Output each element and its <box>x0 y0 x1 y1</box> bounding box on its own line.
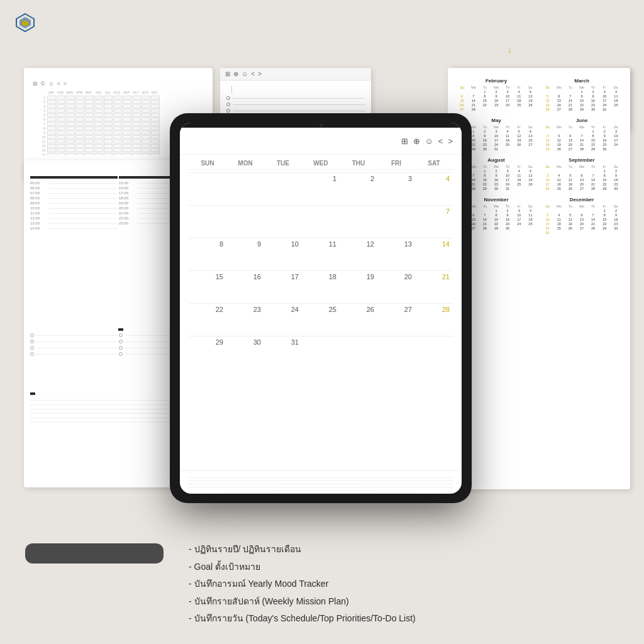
monthly-line-1 <box>189 477 453 478</box>
monthly-line-3 <box>189 484 453 484</box>
feature-item: - Goal ตั้งเป้าหมาย <box>189 561 416 574</box>
tablet-shadow <box>195 497 447 516</box>
logo-icon <box>14 11 36 34</box>
tablet-fwd-icon[interactable]: > <box>448 136 453 146</box>
tablet-notch <box>180 123 462 128</box>
schedule-label <box>30 176 118 179</box>
bottom-section: - ปฏิทินรายปี/ ปฏิทินรายเดือน- Goal ตั้ง… <box>0 543 644 625</box>
tablet-clock-icon: ⊕ <box>413 136 420 146</box>
tablet-cal-icon: ⊞ <box>401 136 408 146</box>
dow-header: SUN MON TUE WED THU FRI SAT <box>189 160 453 170</box>
tablet-camera <box>319 124 323 127</box>
mini-calendar-june: JuneSuMoTuWeThFrSa1234567891011121314151… <box>542 118 621 151</box>
mini-calendar-september: SeptemberSuMoTuWeThFrSa12345678910111213… <box>542 157 621 191</box>
hyperlink-arrow: ↓ <box>508 45 513 55</box>
calendar-days: 1234789101112131415161718192021222324252… <box>189 172 453 369</box>
note-label <box>30 392 35 395</box>
tablet-icons: ⊞ ⊕ ☺ < > <box>401 136 453 146</box>
tablet-emoji-icon: ☺ <box>425 136 433 146</box>
monthly-line-2 <box>189 480 453 481</box>
year-2023-card: FebruarySuMoTuWeThFrSa123456789101112131… <box>448 68 630 489</box>
feature-item: - บันทึกรายสัปดาห์ (Weekly Mission Plan) <box>189 596 416 608</box>
tablet-back-icon[interactable]: < <box>438 136 443 146</box>
feature-list: - ปฏิทินรายปี/ ปฏิทินรายเดือน- Goal ตั้ง… <box>189 543 416 625</box>
monthly-section <box>180 470 462 494</box>
forward-icon: > <box>258 70 262 77</box>
professional-badge <box>25 543 164 564</box>
tablet-device: ⊞ ⊕ ☺ < > SUN MON TUE WED THU FRI SAT 12… <box>170 113 472 503</box>
back-icon: < <box>251 70 255 77</box>
tablet-screen: ⊞ ⊕ ☺ < > SUN MON TUE WED THU FRI SAT 12… <box>180 123 462 494</box>
tablet-toolbar: ⊞ ⊕ ☺ < > <box>180 128 462 155</box>
feature-item: - ปฏิทินรายปี/ ปฏิทินรายเดือน <box>189 543 416 556</box>
weekly-toolbar: ⊞ ⊕ ☺ < > <box>220 68 371 80</box>
mini-calendar-december: DecemberSuMoTuWeThFrSa123456789101112131… <box>542 197 621 235</box>
mini-calendar-february: FebruarySuMoTuWeThFrSa123456789101112131… <box>457 78 536 111</box>
mini-calendar-march: MarchSuMoTuWeThFrSa123456789101112131415… <box>542 78 621 111</box>
clock-icon: ⊕ <box>233 70 238 77</box>
calendar-grid: FebruarySuMoTuWeThFrSa123456789101112131… <box>457 78 621 235</box>
logo <box>14 11 42 34</box>
month-title <box>189 133 192 149</box>
feature-item: - บันทึกรายวัน (Today's Schedule/Top Pri… <box>189 613 416 625</box>
todo-label <box>118 328 123 331</box>
week-header <box>226 86 365 93</box>
calendar-icon: ⊞ <box>225 70 230 77</box>
calendar-area: SUN MON TUE WED THU FRI SAT 123478910111… <box>180 155 462 470</box>
emoji-icon: ☺ <box>242 70 248 77</box>
monthly-line-4 <box>189 487 453 487</box>
feature-item: - บันทึกอารมณ์ Yearly Mood Tracker <box>189 578 416 591</box>
